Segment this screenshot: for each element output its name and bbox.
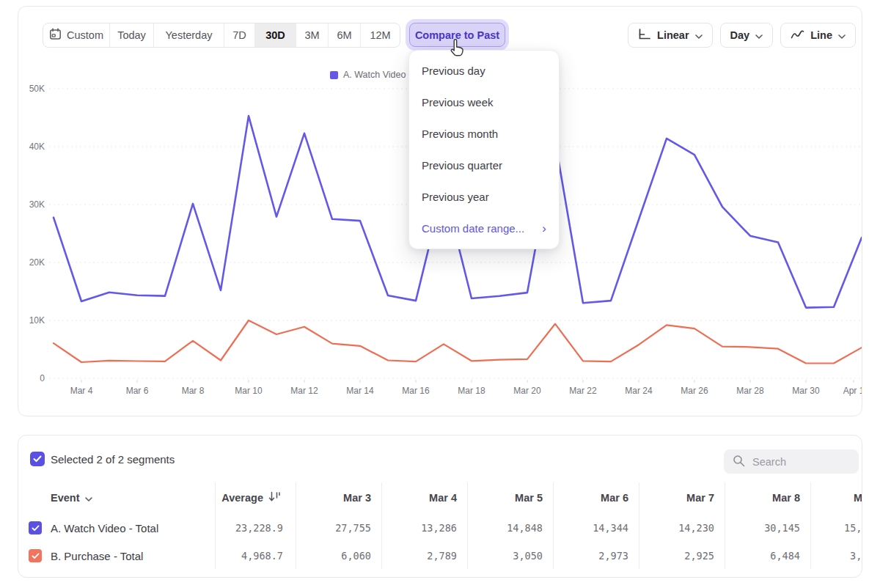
x-axis-label: Mar 26: [681, 386, 708, 396]
column-header-mar-8: Mar 8: [727, 492, 800, 504]
row-checkbox-b-purchase-total[interactable]: [29, 549, 42, 562]
x-axis-label: Apr 1: [843, 386, 862, 396]
cell-average: 4,968.7: [202, 550, 283, 562]
x-axis-label: Mar 6: [126, 386, 149, 396]
cell-mar-6: 2,973: [555, 550, 628, 562]
menu-item-previous-day[interactable]: Previous day: [409, 55, 559, 87]
cell-mar-8: 6,484: [727, 550, 800, 562]
search-icon: [733, 455, 745, 469]
x-axis-label: Mar 20: [513, 386, 541, 396]
check-icon: [33, 455, 42, 463]
x-axis-label: Mar 22: [569, 386, 597, 396]
chevron-right-icon: ›: [542, 222, 546, 235]
x-axis-label: Mar 28: [736, 386, 764, 396]
series-line-b-purchase-total: [54, 320, 862, 364]
column-header-clipped: M: [854, 492, 862, 504]
y-axis-label: 50K: [29, 84, 45, 94]
column-divider: [553, 482, 554, 569]
y-axis-label: 0: [40, 373, 45, 383]
x-axis-label: Mar 12: [290, 386, 318, 396]
menu-item-previous-year[interactable]: Previous year: [409, 181, 559, 213]
cell-mar-4: 2,789: [384, 550, 457, 562]
column-header-mar-5: Mar 5: [469, 492, 543, 504]
column-divider: [725, 482, 725, 569]
cell-mar-7: 14,230: [641, 522, 714, 534]
cell-mar-5: 3,050: [469, 550, 543, 562]
x-axis-label: Mar 14: [346, 386, 374, 396]
cell-mar-5: 14,848: [469, 522, 543, 534]
row-label: A. Watch Video - Total: [51, 522, 158, 534]
column-header-event[interactable]: Event: [51, 492, 92, 504]
x-axis-label: Mar 10: [235, 386, 263, 396]
x-axis-label: Mar 30: [792, 386, 820, 396]
x-axis-label: Mar 24: [625, 386, 653, 396]
cell-mar-8: 30,145: [727, 522, 800, 534]
sort-descending-icon: [268, 491, 282, 504]
cell-mar-4: 13,286: [384, 522, 457, 534]
column-divider: [381, 482, 382, 569]
x-axis-label: Mar 18: [458, 386, 485, 396]
legend-swatch: [330, 71, 338, 79]
y-axis-label: 20K: [29, 257, 45, 268]
search-placeholder: Search: [752, 456, 786, 468]
chevron-down-icon: [85, 492, 92, 504]
segments-summary: Selected 2 of 2 segments: [51, 453, 175, 466]
cell-mar-3: 27,755: [298, 522, 371, 534]
x-axis-label: Mar 8: [182, 386, 205, 396]
cell-clipped: 15,: [844, 522, 862, 534]
column-header-mar-7: Mar 7: [641, 492, 714, 504]
column-header-mar-3: Mar 3: [298, 492, 371, 504]
column-divider: [639, 482, 639, 569]
column-divider: [296, 482, 296, 569]
column-header-mar-6: Mar 6: [555, 492, 628, 504]
menu-item-custom-date-range[interactable]: Custom date range... ›: [409, 213, 559, 244]
check-icon: [32, 525, 40, 532]
column-divider: [810, 482, 811, 569]
y-axis-label: 30K: [29, 199, 45, 210]
menu-item-previous-week[interactable]: Previous week: [409, 87, 559, 118]
x-axis-label: Mar 4: [70, 386, 93, 396]
segments-card: Selected 2 of 2 segments Search EventAve…: [18, 435, 862, 578]
search-input[interactable]: Search: [724, 449, 859, 474]
cell-average: 23,228.9: [202, 522, 283, 534]
column-divider: [467, 482, 468, 569]
column-header-average[interactable]: Average: [221, 491, 282, 504]
menu-item-previous-quarter[interactable]: Previous quarter: [409, 150, 559, 181]
column-header-mar-4: Mar 4: [384, 492, 457, 504]
cell-mar-6: 14,344: [555, 522, 628, 534]
cell-mar-3: 6,060: [298, 550, 371, 562]
row-checkbox-a-watch-video-total[interactable]: [29, 521, 42, 534]
select-all-checkbox[interactable]: [30, 452, 45, 466]
analytics-insights-page: CustomTodayYesterday7D30D3M6M12M Compare…: [0, 0, 880, 588]
cell-clipped: 3,: [850, 550, 862, 562]
x-axis-label: Mar 16: [402, 386, 430, 396]
cell-mar-7: 2,925: [641, 550, 714, 562]
column-header-label: Event: [51, 492, 80, 504]
column-header-label: Average: [221, 492, 263, 504]
row-label: B. Purchase - Total: [51, 550, 143, 562]
menu-item-previous-month[interactable]: Previous month: [409, 118, 559, 150]
check-icon: [32, 553, 40, 559]
y-axis-label: 40K: [29, 142, 45, 152]
compare-to-past-menu: Previous dayPrevious weekPrevious monthP…: [408, 50, 560, 249]
custom-date-range-label: Custom date range...: [422, 222, 524, 235]
y-axis-label: 10K: [29, 315, 45, 326]
